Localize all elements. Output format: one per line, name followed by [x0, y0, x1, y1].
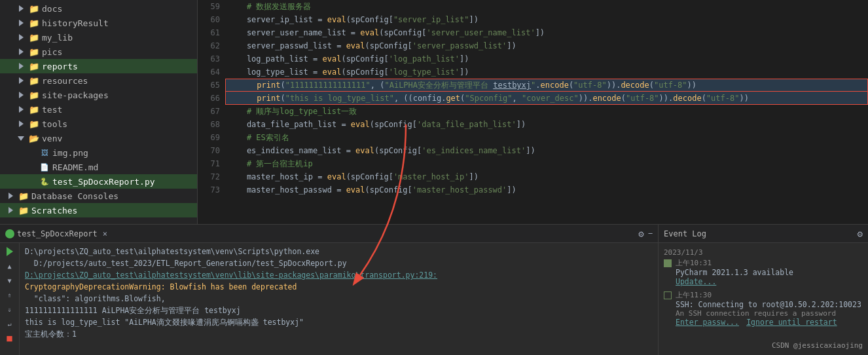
sidebar-item-resources[interactable]: 📁 resources	[0, 73, 197, 88]
sidebar-label: venv	[42, 134, 62, 143]
run-line-8: 宝主机令数：1	[25, 328, 653, 340]
python-file-icon: 🐍	[39, 176, 50, 187]
code-editor: 59 60 61 62 63 64 65 66 67 68 69 70 71 7…	[198, 0, 868, 224]
code-lines: # 数据发送服务器 server_ip_list = eval(spConfig…	[225, 0, 868, 224]
sidebar-label: Database Consoles	[31, 191, 118, 201]
minimize-icon[interactable]: −	[648, 229, 653, 239]
code-line-62: server_passwd_list = eval(spConfig['serv…	[225, 39, 868, 52]
event-link-password[interactable]: Enter passw...	[676, 318, 739, 327]
sidebar-item-test-file[interactable]: 🐍 test_SpDocxReport.py	[0, 174, 197, 189]
sidebar-item-reports[interactable]: 📁 reports	[0, 59, 197, 73]
scroll-bottom-button[interactable]: ⇓	[4, 303, 16, 315]
wrap-button[interactable]: ↵	[4, 318, 16, 329]
sidebar-item-test[interactable]: 📁 test	[0, 102, 197, 117]
folder-icon: 📁	[29, 61, 39, 71]
sidebar-label: site-packages	[42, 90, 109, 100]
sidebar-label: resources	[42, 76, 88, 86]
sidebar-item-tools[interactable]: 📁 tools	[0, 117, 197, 131]
run-with-sidebar: ▲ ▼ ⇑ ⇓ ↵ ■ D:\projects\ZQ_auto_test\ail…	[0, 243, 658, 355]
code-line-61: server_user_name_list = eval(spConfig['s…	[225, 26, 868, 39]
arrow-right-icon	[16, 90, 26, 100]
event-log-panel: Event Log ⚙ 2023/11/3 上午10:31 PyCharm 20…	[659, 225, 868, 355]
code-line-71: # 第一台宿主机ip	[225, 157, 868, 170]
sidebar-item-scratches[interactable]: 📁 Scratches	[0, 203, 197, 217]
run-tab-label: test_SpDocxReport	[17, 229, 98, 238]
run-button[interactable]	[4, 246, 16, 257]
code-line-73: master_host_passwd = eval(spConfig['mast…	[225, 183, 868, 196]
scroll-top-button[interactable]: ⇑	[4, 289, 16, 301]
run-content: D:\projects\ZQ_auto_test\ailphatestsyste…	[20, 243, 658, 355]
event-title-1: PyCharm 2021.1.3 available	[676, 268, 863, 277]
arrow-right-icon	[16, 47, 26, 57]
stop-button[interactable]: ■	[4, 332, 16, 344]
file-icon: 🖼	[39, 147, 50, 158]
arrow-right-icon	[16, 75, 26, 86]
run-line-1: D:\projects\ZQ_auto_test\ailphatestsyste…	[25, 246, 653, 257]
event-checkbox-1[interactable]	[664, 259, 672, 267]
event-title-2: SSH: Connecting to root@10.50.2.202:1002…	[676, 300, 863, 309]
run-panel-header: test_SpDocxReport × ⚙ −	[0, 225, 658, 243]
run-tab-close[interactable]: ×	[103, 229, 107, 238]
event-link-update[interactable]: Update...	[676, 277, 716, 286]
run-line-6: 1111111111111111 AiLPHA安全分析与管理平台 testbyx…	[25, 305, 653, 316]
event-time-1: 上午10:31	[676, 258, 863, 268]
folder-icon: 📁	[29, 75, 39, 86]
run-line-3[interactable]: D:\projects\ZQ_auto_test\ailphatestsyste…	[25, 269, 653, 281]
folder-icon: 📁	[29, 90, 39, 100]
folder-icon: 📁	[18, 191, 29, 201]
sidebar-item-database-consoles[interactable]: 📁 Database Consoles	[0, 189, 197, 203]
arrow-right-icon	[16, 18, 26, 28]
folder-icon: 📁	[29, 32, 39, 43]
folder-icon: 📁	[18, 205, 29, 215]
code-line-69: # ES索引名	[225, 131, 868, 144]
code-line-68: data_file_path_list = eval(spConfig['dat…	[225, 118, 868, 131]
sidebar-label: test	[42, 105, 62, 115]
event-time-2: 上午11:30	[676, 290, 863, 300]
event-log-icons: ⚙	[858, 229, 863, 239]
arrow-right-icon	[5, 205, 16, 215]
sidebar-item-img[interactable]: 🖼 img.png	[0, 145, 197, 160]
folder-icon: 📁	[29, 47, 39, 57]
sidebar-label: my_lib	[42, 33, 73, 43]
event-log-title: Event Log	[664, 229, 706, 238]
sidebar-item-site-packages[interactable]: 📁 site-packages	[0, 88, 197, 102]
sidebar-label: README.md	[52, 162, 98, 172]
settings-icon[interactable]: ⚙	[638, 229, 643, 239]
run-sidebar: ▲ ▼ ⇑ ⇓ ↵ ■	[0, 243, 20, 355]
sidebar-label-file: test_SpDocxReport.py	[52, 177, 155, 187]
comment-text: # 数据发送服务器	[228, 0, 311, 13]
sidebar-item-historyresult[interactable]: 📁 historyResult	[0, 16, 197, 30]
scroll-down-button[interactable]: ▼	[4, 274, 16, 286]
run-line-2: D:/projects/auto_test_2023/ETL_Report_Ge…	[25, 257, 653, 269]
sidebar-item-pics[interactable]: 📁 pics	[0, 45, 197, 59]
folder-icon: 📁	[29, 104, 39, 115]
event-log-settings-icon[interactable]: ⚙	[858, 229, 863, 239]
line-numbers: 59 60 61 62 63 64 65 66 67 68 69 70 71 7…	[198, 0, 225, 224]
arrow-right-icon	[5, 191, 16, 201]
bottom-panel: test_SpDocxReport × ⚙ − ▲ ▼ ⇑ ⇓ ↵ ■ D:\p…	[0, 224, 868, 355]
code-line-59: # 数据发送服务器	[225, 0, 868, 13]
event-checkbox-2[interactable]	[664, 291, 672, 299]
sidebar-item-mylib[interactable]: 📁 my_lib	[0, 30, 197, 45]
event-item-2: 上午11:30 SSH: Connecting to root@10.50.2.…	[664, 290, 863, 327]
folder-icon: 📁	[29, 119, 39, 129]
csdn-watermark: CSDN @jessicaxiaojing	[772, 341, 863, 350]
run-tab[interactable]: test_SpDocxReport ×	[5, 229, 107, 238]
sidebar: 📁 docs 📁 historyResult 📁 my_lib 📁 pics 📁…	[0, 0, 198, 224]
event-date: 2023/11/3	[664, 248, 863, 257]
code-line-65: print("1111111111111111", ("AiLPHA安全分析与管…	[225, 79, 868, 92]
run-line-5: "class": algorithms.Blowfish,	[25, 293, 653, 305]
event-item-1: 上午10:31 PyCharm 2021.1.3 available Updat…	[664, 258, 863, 286]
scroll-up-button[interactable]: ▲	[4, 260, 16, 272]
arrow-right-icon	[16, 119, 26, 129]
sidebar-item-docs[interactable]: 📁 docs	[0, 1, 197, 16]
event-text-1: 上午10:31 PyCharm 2021.1.3 available Updat…	[676, 258, 863, 286]
spacer	[26, 147, 37, 158]
sidebar-item-readme[interactable]: 📄 README.md	[0, 160, 197, 174]
sidebar-item-venv[interactable]: 📂 venv	[0, 131, 197, 145]
folder-open-icon: 📂	[29, 133, 39, 143]
event-link-ignore[interactable]: Ignore until restart	[746, 318, 837, 327]
code-content: 59 60 61 62 63 64 65 66 67 68 69 70 71 7…	[198, 0, 868, 224]
sidebar-label: tools	[42, 119, 67, 129]
sidebar-label: docs	[42, 4, 62, 14]
